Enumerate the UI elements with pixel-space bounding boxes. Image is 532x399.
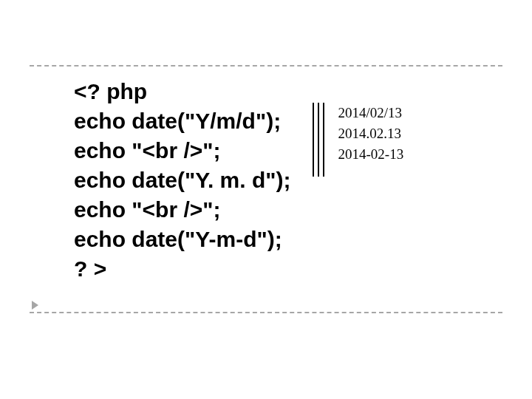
- code-line: echo date("Y-m-d");: [74, 225, 290, 254]
- code-line: echo "<br />";: [74, 136, 290, 166]
- code-block: <? php echo date("Y/m/d"); echo "<br />"…: [74, 77, 305, 284]
- content-row: <? php echo date("Y/m/d"); echo "<br />"…: [74, 77, 502, 284]
- output-text: 2014/02/13 2014.02.13 2014-02-13: [338, 103, 403, 165]
- output-line: 2014.02.13: [338, 123, 403, 144]
- divider-bottom: [30, 312, 502, 313]
- code-line: <? php: [74, 77, 290, 106]
- vertical-bars-icon: [313, 103, 324, 177]
- bullet-marker-icon: [32, 301, 38, 310]
- divider-top: [30, 65, 502, 66]
- code-line: echo "<br />";: [74, 195, 290, 225]
- code-line: echo date("Y. m. d");: [74, 166, 290, 195]
- output-block: 2014/02/13 2014.02.13 2014-02-13: [313, 103, 403, 177]
- output-line: 2014-02-13: [338, 144, 403, 165]
- output-line: 2014/02/13: [338, 103, 403, 123]
- code-line: echo date("Y/m/d");: [74, 106, 290, 136]
- slide: <? php echo date("Y/m/d"); echo "<br />"…: [0, 0, 532, 399]
- code-line: ? >: [74, 254, 290, 284]
